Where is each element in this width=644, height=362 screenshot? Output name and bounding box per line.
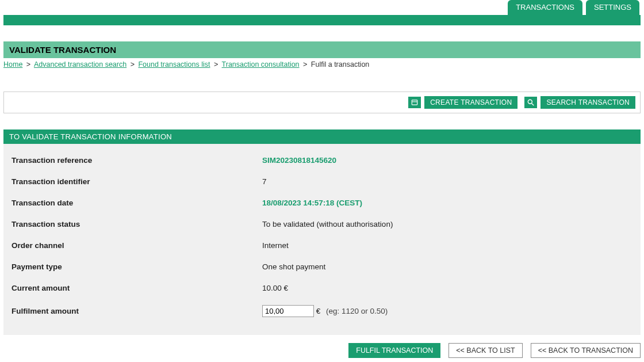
label-date: Transaction date (9, 199, 262, 207)
label-fulfilment-amount: Fulfilment amount (9, 307, 262, 315)
search-transaction-label: SEARCH TRANSACTION (540, 96, 635, 109)
value-identifier: 7 (262, 177, 267, 186)
row-identifier: Transaction identifier 7 (9, 171, 635, 192)
breadcrumb-sep: > (214, 60, 218, 68)
breadcrumb-found-list[interactable]: Found transactions list (138, 60, 210, 68)
value-fulfilment-amount: € (eg: 1120 or 0.50) (262, 305, 388, 317)
row-date: Transaction date 18/08/2023 14:57:18 (CE… (9, 192, 635, 214)
row-payment-type: Payment type One shot payment (9, 256, 635, 277)
toolbar: CREATE TRANSACTION SEARCH TRANSACTION (3, 92, 641, 113)
value-current-amount: 10.00 € (262, 284, 288, 292)
breadcrumb-consultation[interactable]: Transaction consultation (222, 60, 300, 68)
tab-transactions[interactable]: TRANSACTIONS (508, 0, 582, 15)
row-channel: Order channel Internet (9, 235, 635, 256)
label-current-amount: Current amount (9, 284, 262, 292)
back-to-transaction-button[interactable]: << BACK TO TRANSACTION (531, 343, 641, 358)
header-green-bar (3, 15, 641, 25)
svg-point-2 (528, 100, 532, 104)
svg-line-3 (532, 104, 534, 106)
fulfilment-amount-input[interactable] (262, 305, 314, 317)
value-reference: SIM20230818145620 (262, 156, 336, 165)
fulfil-transaction-button[interactable]: FULFIL TRANSACTION (348, 343, 440, 358)
row-status: Transaction status To be validated (with… (9, 214, 635, 235)
create-transaction-button[interactable]: CREATE TRANSACTION (408, 96, 518, 109)
label-payment-type: Payment type (9, 262, 262, 271)
value-channel: Internet (262, 241, 289, 250)
svg-rect-0 (412, 100, 417, 105)
value-status: To be validated (without authorisation) (262, 220, 393, 228)
back-to-list-button[interactable]: << BACK TO LIST (448, 343, 522, 358)
label-identifier: Transaction identifier (9, 177, 262, 186)
breadcrumb-advanced-search[interactable]: Advanced transaction search (34, 60, 126, 68)
create-transaction-icon (408, 97, 421, 108)
actions-row: FULFIL TRANSACTION << BACK TO LIST << BA… (3, 343, 641, 358)
tab-settings[interactable]: SETTINGS (586, 0, 639, 15)
breadcrumb-home[interactable]: Home (3, 60, 22, 68)
label-channel: Order channel (9, 241, 262, 250)
transaction-info-panel: Transaction reference SIM20230818145620 … (3, 144, 641, 335)
search-icon (524, 97, 537, 108)
section-header: TO VALIDATE TRANSACTION INFORMATION (3, 129, 641, 144)
label-reference: Transaction reference (9, 156, 262, 165)
search-transaction-button[interactable]: SEARCH TRANSACTION (524, 96, 635, 109)
breadcrumb-sep: > (26, 60, 30, 68)
breadcrumb-sep: > (131, 60, 135, 68)
page-title: VALIDATE TRANSACTION (3, 41, 641, 58)
currency-label: € (316, 307, 321, 315)
breadcrumb-sep: > (303, 60, 307, 68)
row-current-amount: Current amount 10.00 € (9, 277, 635, 299)
breadcrumb: Home > Advanced transaction search > Fou… (3, 60, 641, 68)
row-fulfilment-amount: Fulfilment amount € (eg: 1120 or 0.50) (9, 299, 635, 323)
amount-hint: (eg: 1120 or 0.50) (326, 307, 388, 315)
row-reference: Transaction reference SIM20230818145620 (9, 150, 635, 171)
value-date: 18/08/2023 14:57:18 (CEST) (262, 199, 362, 207)
create-transaction-label: CREATE TRANSACTION (424, 96, 518, 109)
breadcrumb-current: Fulfil a transaction (311, 60, 369, 68)
label-status: Transaction status (9, 220, 262, 228)
value-payment-type: One shot payment (262, 262, 325, 271)
